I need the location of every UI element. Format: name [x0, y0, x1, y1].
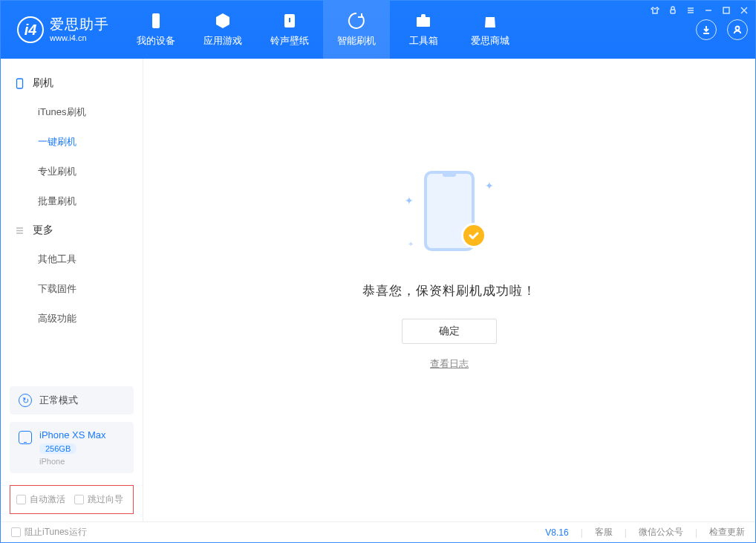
sidebar-menu: 刷机 iTunes刷机 一键刷机 专业刷机 批量刷机 更多 其他工具 下载固件 … — [1, 59, 143, 386]
sidebar-item-pro[interactable]: 专业刷机 — [1, 157, 143, 186]
status-bar: 阻止iTunes运行 V8.16 | 客服 | 微信公众号 | 检查更新 — [1, 521, 755, 542]
ok-button[interactable]: 确定 — [402, 319, 497, 344]
nav-flash[interactable]: 智能刷机 — [323, 1, 390, 59]
sidebar-item-other[interactable]: 其他工具 — [1, 244, 143, 274]
music-icon — [281, 12, 299, 30]
header-actions — [696, 19, 748, 40]
lock-icon[interactable] — [668, 5, 678, 16]
sparkle-icon: ✦ — [408, 240, 414, 248]
list-icon — [14, 225, 25, 236]
app-title: 爱思助手 — [50, 16, 109, 33]
link-wechat[interactable]: 微信公众号 — [639, 526, 683, 539]
sidebar-item-oneclick[interactable]: 一键刷机 — [1, 127, 143, 157]
cube-icon — [214, 12, 232, 30]
shirt-icon[interactable] — [650, 5, 660, 16]
sparkle-icon: ✦ — [405, 195, 414, 207]
checkbox-icon — [11, 527, 21, 537]
mode-icon — [19, 394, 32, 407]
refresh-icon — [348, 12, 365, 30]
footer-links: V8.16 | 客服 | 微信公众号 | 检查更新 — [545, 526, 745, 539]
sidebar: 刷机 iTunes刷机 一键刷机 专业刷机 批量刷机 更多 其他工具 下载固件 … — [1, 59, 143, 521]
flash-options: 自动激活 跳过向导 — [10, 485, 134, 514]
checkbox-icon — [74, 495, 84, 504]
nav-my-device[interactable]: 我的设备 — [123, 1, 189, 59]
device-icon — [147, 12, 165, 30]
svg-rect-0 — [671, 10, 675, 13]
nav-store[interactable]: 爱思商城 — [457, 1, 524, 59]
device-icon — [19, 431, 32, 444]
close-button[interactable] — [739, 5, 749, 16]
checkbox-icon — [16, 495, 26, 504]
svg-rect-2 — [152, 13, 160, 28]
phone-icon — [14, 78, 25, 89]
main-content: ✦ ✦ ✦ 恭喜您，保资料刷机成功啦！ 确定 查看日志 — [143, 59, 755, 521]
briefcase-icon — [414, 12, 432, 30]
device-mode[interactable]: 正常模式 — [10, 386, 134, 414]
sidebar-item-batch[interactable]: 批量刷机 — [1, 186, 143, 216]
user-icon[interactable] — [727, 19, 748, 40]
checkbox-block-itunes[interactable]: 阻止iTunes运行 — [11, 526, 87, 539]
checkmark-badge — [461, 223, 486, 248]
sparkle-icon: ✦ — [485, 180, 494, 192]
sidebar-item-firmware[interactable]: 下载固件 — [1, 274, 143, 304]
version-label: V8.16 — [545, 527, 568, 538]
device-name: iPhone XS Max — [39, 429, 106, 440]
success-message: 恭喜您，保资料刷机成功啦！ — [362, 282, 536, 299]
app-url: www.i4.cn — [50, 33, 109, 43]
download-icon[interactable] — [696, 19, 717, 40]
svg-rect-6 — [17, 79, 23, 88]
svg-rect-4 — [417, 17, 430, 27]
device-type: iPhone — [39, 457, 106, 466]
checkbox-skip-guide[interactable]: 跳过向导 — [74, 493, 123, 506]
logo-icon: i4 — [17, 16, 44, 43]
nav-apps[interactable]: 应用游戏 — [189, 1, 256, 59]
link-update[interactable]: 检查更新 — [709, 526, 745, 539]
sidebar-group-flash[interactable]: 刷机 — [1, 69, 143, 97]
menu-icon[interactable] — [685, 5, 696, 16]
sidebar-item-advanced[interactable]: 高级功能 — [1, 304, 143, 334]
success-illustration: ✦ ✦ ✦ — [405, 165, 494, 261]
bag-icon — [481, 12, 499, 30]
checkbox-auto-activate[interactable]: 自动激活 — [16, 493, 65, 506]
svg-point-5 — [736, 27, 740, 30]
minimize-button[interactable] — [703, 5, 714, 16]
app-logo: i4 爱思助手 www.i4.cn — [1, 16, 123, 43]
window-controls — [650, 5, 749, 16]
maximize-button[interactable] — [721, 5, 731, 16]
app-body: 刷机 iTunes刷机 一键刷机 专业刷机 批量刷机 更多 其他工具 下载固件 … — [1, 59, 755, 521]
app-header: i4 爱思助手 www.i4.cn 我的设备 应用游戏 铃声壁纸 智能刷机 工具… — [1, 1, 755, 59]
sidebar-group-more[interactable]: 更多 — [1, 216, 143, 244]
device-card[interactable]: iPhone XS Max 256GB iPhone — [10, 422, 134, 473]
link-service[interactable]: 客服 — [595, 526, 613, 539]
nav-toolbox[interactable]: 工具箱 — [390, 1, 457, 59]
nav-ringtones[interactable]: 铃声壁纸 — [256, 1, 323, 59]
view-log-link[interactable]: 查看日志 — [430, 357, 469, 371]
device-storage: 256GB — [39, 443, 76, 454]
svg-rect-1 — [723, 7, 729, 13]
sidebar-item-itunes[interactable]: iTunes刷机 — [1, 97, 143, 127]
main-nav: 我的设备 应用游戏 铃声壁纸 智能刷机 工具箱 爱思商城 — [123, 1, 524, 59]
